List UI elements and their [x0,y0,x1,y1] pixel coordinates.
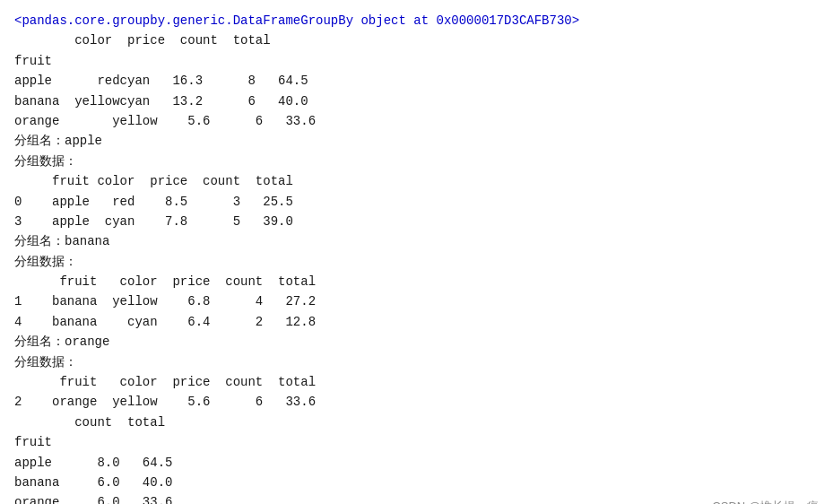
output-line-21: fruit [14,432,819,452]
output-line-10: 3 apple cyan 7.8 5 39.0 [14,212,819,231]
output-line-13: fruit color price count total [14,272,819,291]
output-line-2: fruit [14,51,819,71]
output-line-6: 分组名：apple [14,131,819,151]
output-line-3: apple redcyan 16.3 8 64.5 [14,71,819,91]
output-line-7: 分组数据： [14,152,819,171]
output-line-1: color price count total [14,30,819,50]
output-line-12: 分组数据： [14,252,819,272]
output-line-9: 0 apple red 8.5 3 25.5 [14,192,819,212]
output-line-15: 4 banana cyan 6.4 2 12.8 [14,312,819,332]
watermark: CSDN @惟长堤一痕 [712,499,819,504]
output-line-11: 分组名：banana [14,231,819,251]
output-line-22: apple 8.0 64.5 [14,453,819,473]
output-line-24: orange 6.0 33.6 [14,492,819,504]
output-line-4: banana yellowcyan 13.2 6 40.0 [14,91,819,111]
output-line-16: 分组名：orange [14,332,819,352]
output-line-5: orange yellow 5.6 6 33.6 [14,111,819,131]
output-line-19: 2 orange yellow 5.6 6 33.6 [14,392,819,412]
output-line-17: 分组数据： [14,352,819,372]
output-area: <pandas.core.groupby.generic.DataFrameGr… [0,0,833,504]
output-line-18: fruit color price count total [14,372,819,392]
output-line-20: count total [14,413,819,432]
output-line-23: banana 6.0 40.0 [14,473,819,492]
output-line-8: fruit color price count total [14,171,819,191]
output-line-0: <pandas.core.groupby.generic.DataFrameGr… [14,11,819,30]
output-line-14: 1 banana yellow 6.8 4 27.2 [14,291,819,311]
